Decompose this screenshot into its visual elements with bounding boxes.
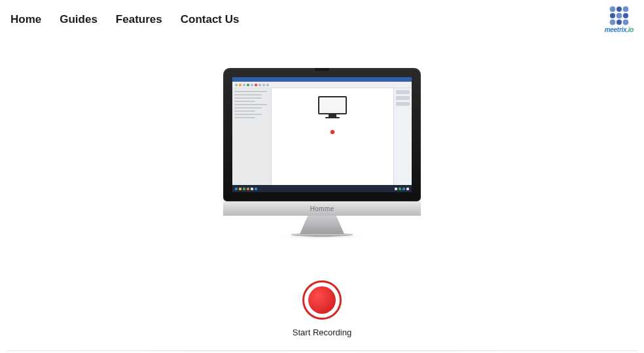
main-nav: Home Guides Features Contact Us [10, 13, 239, 26]
start-recording-button[interactable] [302, 280, 342, 320]
monitor-frame [223, 68, 421, 201]
record-icon [308, 286, 336, 314]
start-recording-label: Start Recording [293, 328, 351, 337]
preview-rightpanel [393, 88, 412, 185]
nav-guides[interactable]: Guides [60, 13, 98, 26]
preview-titlebar [232, 77, 412, 82]
monitor-camera-notch [315, 68, 329, 71]
preview-document [272, 88, 393, 185]
brand-logo[interactable]: meetrix.io [605, 7, 634, 33]
monitor-shadow [279, 235, 365, 239]
nested-monitor-icon [318, 96, 347, 114]
nav-features[interactable]: Features [116, 13, 162, 26]
screen-preview-monitor: Homme [223, 68, 421, 239]
preview-ribbon [232, 82, 412, 88]
monitor-brand-label: Homme [310, 205, 334, 212]
header: Home Guides Features Contact Us meetrix.… [0, 0, 644, 37]
nav-contact[interactable]: Contact Us [181, 13, 240, 26]
preview-sidebar [232, 88, 272, 185]
main-content: Homme Start Recording [0, 37, 644, 337]
nested-record-icon [331, 130, 334, 134]
preview-body [232, 88, 412, 185]
monitor-stand [300, 216, 344, 234]
monitor-chin: Homme [223, 201, 421, 216]
divider [7, 350, 637, 351]
record-section: Start Recording [293, 280, 351, 337]
preview-taskbar [232, 185, 412, 192]
nav-home[interactable]: Home [10, 13, 41, 26]
screen-preview [232, 77, 412, 192]
logo-text: meetrix.io [605, 26, 634, 33]
logo-icon [610, 7, 628, 25]
